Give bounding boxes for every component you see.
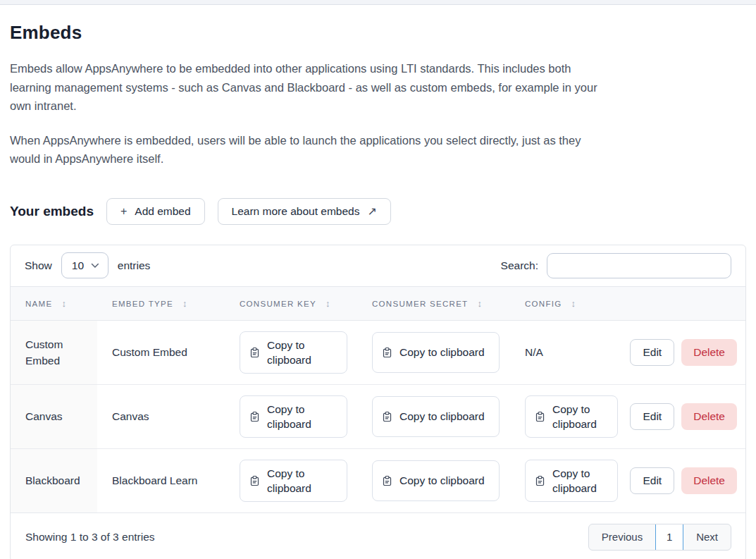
clipboard-icon — [250, 475, 259, 486]
cell-actions: EditDelete — [611, 320, 745, 384]
learn-more-button[interactable]: Learn more about embeds ↗ — [218, 198, 391, 225]
cell-config: Copy to clipboard — [510, 448, 611, 512]
entries-summary: Showing 1 to 3 of 3 entries — [25, 531, 155, 543]
edit-button[interactable]: Edit — [630, 403, 674, 430]
copy-label: Copy to clipboard — [267, 466, 340, 496]
clipboard-icon — [383, 475, 392, 486]
sort-icon: ↕ — [182, 298, 187, 309]
cell-name: Blackboard — [11, 448, 97, 512]
copy-label: Copy to clipboard — [399, 345, 485, 360]
copy-to-clipboard-button[interactable]: Copy to clipboard — [525, 395, 618, 438]
cell-embed-type: Custom Embed — [97, 320, 225, 384]
table-row: CanvasCanvasCopy to clipboardCopy to cli… — [11, 384, 745, 448]
clipboard-icon — [535, 411, 545, 422]
column-header-embed-type[interactable]: Embed type↕ — [97, 286, 225, 320]
entries-label: entries — [118, 259, 151, 272]
edit-button[interactable]: Edit — [630, 339, 674, 366]
copy-to-clipboard-button[interactable]: Copy to clipboard — [372, 460, 500, 501]
cell-consumer-key: Copy to clipboard — [225, 320, 357, 384]
clipboard-icon — [383, 347, 392, 358]
copy-label: Copy to clipboard — [267, 402, 340, 431]
edit-button[interactable]: Edit — [630, 467, 674, 494]
cell-config: N/A — [510, 320, 611, 384]
show-label: Show — [25, 259, 52, 272]
search-input[interactable] — [547, 253, 731, 278]
clipboard-icon — [383, 411, 392, 422]
cell-actions: EditDelete — [611, 448, 745, 512]
page-number-1[interactable]: 1 — [655, 524, 683, 551]
next-page-button[interactable]: Next — [683, 524, 731, 550]
copy-label: Copy to clipboard — [552, 466, 610, 496]
clipboard-icon — [535, 475, 545, 486]
clipboard-icon — [250, 347, 259, 358]
column-header-name[interactable]: Name↕ — [11, 286, 97, 320]
embeds-page: Embeds Embeds allow AppsAnywhere to be e… — [0, 5, 756, 559]
delete-button[interactable]: Delete — [681, 403, 737, 430]
learn-more-label: Learn more about embeds — [232, 205, 360, 218]
cell-name: Custom Embed — [11, 320, 97, 384]
cell-consumer-secret: Copy to clipboard — [357, 320, 510, 384]
cell-consumer-secret: Copy to clipboard — [357, 384, 510, 448]
cell-name: Canvas — [11, 384, 97, 448]
your-embeds-toolbar: Your embeds + Add embed Learn more about… — [10, 198, 746, 225]
copy-label: Copy to clipboard — [552, 402, 610, 431]
pagination: Previous 1 Next — [588, 524, 731, 551]
copy-to-clipboard-button[interactable]: Copy to clipboard — [525, 460, 618, 502]
add-embed-label: Add embed — [135, 205, 190, 218]
table-footer: Showing 1 to 3 of 3 entries Previous 1 N… — [11, 512, 745, 559]
copy-label: Copy to clipboard — [267, 338, 340, 367]
table-row: Custom EmbedCustom EmbedCopy to clipboar… — [11, 320, 745, 384]
column-header-config[interactable]: Config↕ — [510, 286, 611, 320]
copy-label: Copy to clipboard — [399, 409, 485, 424]
sort-icon: ↕ — [326, 298, 330, 309]
column-header-actions — [611, 286, 745, 320]
add-embed-button[interactable]: + Add embed — [106, 198, 205, 225]
cell-actions: EditDelete — [611, 384, 745, 448]
cell-embed-type: Blackboard Learn — [97, 448, 225, 512]
intro-paragraph-1: Embeds allow AppsAnywhere to be embedded… — [10, 59, 607, 116]
delete-button[interactable]: Delete — [681, 467, 737, 494]
table-controls: Show 10 entries Search: — [11, 245, 745, 286]
page-size-control: Show 10 entries — [25, 252, 150, 278]
cell-consumer-secret: Copy to clipboard — [357, 448, 510, 512]
table-body: Custom EmbedCustom EmbedCopy to clipboar… — [11, 320, 745, 512]
column-header-consumer-secret[interactable]: Consumer secret↕ — [357, 286, 510, 320]
embeds-table-card: Show 10 entries Search: Name↕ Embed ty — [10, 245, 746, 559]
search-label: Search: — [501, 259, 538, 272]
page-size-select[interactable]: 10 — [61, 252, 109, 278]
delete-button[interactable]: Delete — [681, 339, 737, 366]
intro-paragraph-2: When AppsAnywhere is embedded, users wil… — [10, 131, 607, 168]
copy-to-clipboard-button[interactable]: Copy to clipboard — [240, 395, 347, 438]
copy-to-clipboard-button[interactable]: Copy to clipboard — [372, 396, 500, 437]
clipboard-icon — [250, 411, 259, 422]
table-row: BlackboardBlackboard LearnCopy to clipbo… — [11, 448, 745, 512]
external-link-icon: ↗ — [367, 204, 376, 218]
previous-page-button[interactable]: Previous — [589, 524, 655, 550]
section-title: Your embeds — [10, 204, 94, 219]
column-header-consumer-key[interactable]: Consumer key↕ — [225, 286, 357, 320]
copy-to-clipboard-button[interactable]: Copy to clipboard — [240, 331, 347, 374]
cell-consumer-key: Copy to clipboard — [225, 384, 357, 448]
plus-icon: + — [120, 205, 127, 218]
cell-config: Copy to clipboard — [510, 384, 611, 448]
chevron-down-icon — [91, 263, 99, 269]
copy-to-clipboard-button[interactable]: Copy to clipboard — [240, 460, 347, 502]
page-size-value: 10 — [72, 259, 84, 272]
copy-label: Copy to clipboard — [399, 473, 485, 488]
sort-icon: ↕ — [61, 298, 66, 309]
embeds-table: Name↕ Embed type↕ Consumer key↕ Consumer… — [11, 286, 745, 512]
table-header-row: Name↕ Embed type↕ Consumer key↕ Consumer… — [11, 286, 745, 320]
search-control: Search: — [501, 253, 731, 278]
top-navbar-edge — [0, 0, 756, 5]
copy-to-clipboard-button[interactable]: Copy to clipboard — [372, 332, 500, 373]
cell-embed-type: Canvas — [97, 384, 225, 448]
cell-consumer-key: Copy to clipboard — [225, 448, 357, 512]
sort-icon: ↕ — [571, 298, 576, 309]
page-title: Embeds — [10, 22, 746, 44]
sort-icon: ↕ — [477, 298, 482, 309]
